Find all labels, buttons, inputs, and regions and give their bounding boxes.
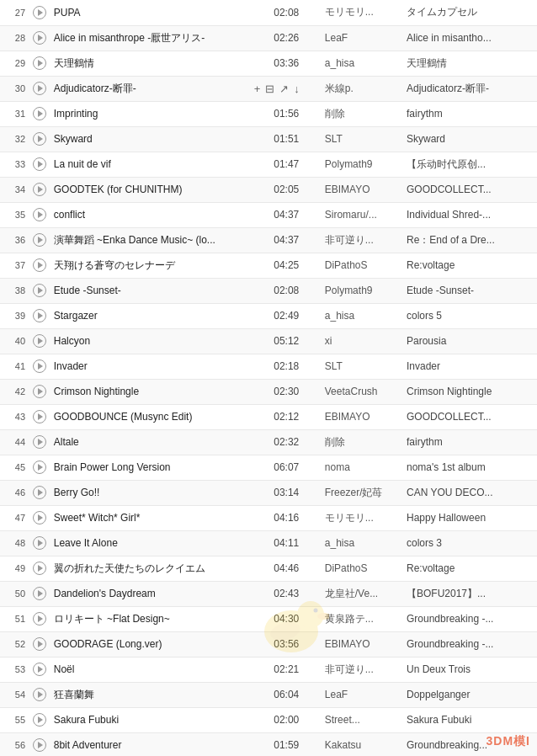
song-artist[interactable]: Street...	[322, 707, 404, 732]
play-button[interactable]	[29, 707, 51, 732]
song-artist[interactable]: 米線p.	[322, 76, 404, 101]
download-icon[interactable]: ↓	[293, 82, 300, 96]
play-circle[interactable]	[33, 233, 46, 247]
play-button[interactable]	[29, 278, 51, 303]
table-row[interactable]: 30Adjudicatorz-断罪-+⊟↗↓米線p.Adjudicatorz-断…	[0, 76, 537, 101]
table-row[interactable]: 48Leave It Alone04:11a_hisacolors 3	[0, 530, 537, 556]
song-title[interactable]: 天理鶴情	[51, 51, 251, 76]
song-artist[interactable]: EBIMAYO	[322, 177, 404, 202]
song-title[interactable]: Invader	[51, 354, 251, 379]
play-circle[interactable]	[33, 713, 46, 727]
song-album[interactable]: Individual Shred-...	[404, 202, 537, 227]
song-artist[interactable]: モリモリ...	[322, 0, 404, 25]
song-title[interactable]: Noël	[51, 657, 251, 682]
song-album[interactable]: Groundbreaking...	[404, 732, 537, 756]
play-circle[interactable]	[33, 359, 46, 373]
play-button[interactable]	[29, 606, 51, 631]
song-artist[interactable]: DiPathoS	[322, 556, 404, 581]
song-artist[interactable]: SLT	[322, 354, 404, 379]
play-button[interactable]	[29, 480, 51, 505]
table-row[interactable]: 38Etude -Sunset-02:08Polymath9Etude -Sun…	[0, 278, 537, 303]
play-button[interactable]	[29, 631, 51, 657]
song-artist[interactable]: DiPathoS	[322, 253, 404, 278]
play-button[interactable]	[29, 76, 51, 101]
play-circle[interactable]	[33, 738, 46, 752]
song-album[interactable]: noma's 1st album	[404, 455, 537, 480]
table-row[interactable]: 33La nuit de vif01:47Polymath9【乐动时代原创...	[0, 152, 537, 177]
song-album[interactable]: Adjudicatorz-断罪-	[404, 76, 537, 101]
play-circle[interactable]	[33, 183, 46, 196]
song-album[interactable]: Invader	[404, 354, 537, 379]
song-title[interactable]: conflict	[51, 202, 251, 227]
song-title[interactable]: Halcyon	[51, 328, 251, 354]
play-button[interactable]	[29, 581, 51, 606]
play-button[interactable]	[29, 455, 51, 480]
song-artist[interactable]: xi	[322, 328, 404, 354]
song-artist[interactable]: Kakatsu	[322, 732, 404, 756]
table-row[interactable]: 31Imprinting01:56削除fairythm	[0, 101, 537, 126]
song-artist[interactable]: VeetaCrush	[322, 379, 404, 404]
play-circle[interactable]	[33, 208, 46, 221]
play-circle[interactable]	[33, 688, 46, 701]
play-circle[interactable]	[33, 562, 46, 575]
play-button[interactable]	[29, 379, 51, 404]
table-row[interactable]: 46Berry Go!!03:14Freezer/妃苺CAN YOU DECO.…	[0, 480, 537, 505]
song-artist[interactable]: 黄泉路テ...	[322, 606, 404, 631]
table-row[interactable]: 53Noël02:21非可逆り...Un Deux Trois	[0, 657, 537, 682]
song-artist[interactable]: Polymath9	[322, 152, 404, 177]
table-row[interactable]: 54狂喜蘭舞06:04LeaFDoppelganger	[0, 682, 537, 707]
song-title[interactable]: Sakura Fubuki	[51, 707, 251, 732]
play-circle[interactable]	[33, 309, 46, 322]
song-title[interactable]: PUPA	[51, 0, 251, 25]
table-row[interactable]: 55Sakura Fubuki02:00Street...Sakura Fubu…	[0, 707, 537, 732]
table-row[interactable]: 40Halcyon05:12xiParousia	[0, 328, 537, 354]
song-album[interactable]: colors 5	[404, 303, 537, 328]
song-artist[interactable]: EBIMAYO	[322, 404, 404, 429]
song-title[interactable]: 狂喜蘭舞	[51, 682, 251, 707]
song-album[interactable]: fairythm	[404, 429, 537, 455]
table-row[interactable]: 29天理鶴情03:36a_hisa天理鶴情	[0, 51, 537, 76]
play-button[interactable]	[29, 202, 51, 227]
play-button[interactable]	[29, 303, 51, 328]
song-album[interactable]: Un Deux Trois	[404, 657, 537, 682]
song-title[interactable]: Alice in misanthrope -厭世アリス-	[51, 25, 251, 51]
song-artist[interactable]: a_hisa	[322, 51, 404, 76]
play-circle[interactable]	[33, 385, 46, 398]
table-row[interactable]: 45Brain Power Long Version06:07nomanoma'…	[0, 455, 537, 480]
song-title[interactable]: GOODTEK (for CHUNITHM)	[51, 177, 251, 202]
song-artist[interactable]: 非可逆り...	[322, 657, 404, 682]
song-title[interactable]: Stargazer	[51, 303, 251, 328]
play-circle[interactable]	[33, 6, 46, 19]
song-album[interactable]: Alice in misantho...	[404, 25, 537, 51]
song-album[interactable]: Groundbreaking -...	[404, 631, 537, 657]
song-title[interactable]: Imprinting	[51, 101, 251, 126]
song-title[interactable]: Crimson Nightingle	[51, 379, 251, 404]
table-row[interactable]: 47Sweet* Witch* Girl*04:16モリモリ...Happy H…	[0, 505, 537, 530]
play-button[interactable]	[29, 530, 51, 556]
song-title[interactable]: Sweet* Witch* Girl*	[51, 505, 251, 530]
play-circle[interactable]	[33, 132, 46, 146]
play-circle[interactable]	[33, 612, 46, 626]
play-circle[interactable]	[33, 157, 46, 171]
song-artist[interactable]: EBIMAYO	[322, 631, 404, 657]
song-artist[interactable]: noma	[322, 455, 404, 480]
table-row[interactable]: 39Stargazer02:49a_hisacolors 5	[0, 303, 537, 328]
table-row[interactable]: 34GOODTEK (for CHUNITHM)02:05EBIMAYOGOOD…	[0, 177, 537, 202]
play-circle[interactable]	[33, 258, 46, 272]
song-title[interactable]: Skyward	[51, 126, 251, 152]
song-title[interactable]: Adjudicatorz-断罪-	[51, 76, 251, 101]
play-button[interactable]	[29, 51, 51, 76]
share-icon[interactable]: ↗	[279, 82, 290, 96]
play-button[interactable]	[29, 328, 51, 354]
table-row[interactable]: 51ロリキート ~Flat Design~04:30黄泉路テ...Groundb…	[0, 606, 537, 631]
song-artist[interactable]: 非可逆り...	[322, 227, 404, 253]
song-artist[interactable]: LeaF	[322, 25, 404, 51]
song-artist[interactable]: 削除	[322, 429, 404, 455]
play-circle[interactable]	[33, 637, 46, 651]
play-circle[interactable]	[33, 410, 46, 423]
play-button[interactable]	[29, 101, 51, 126]
play-button[interactable]	[29, 152, 51, 177]
song-title[interactable]: Leave It Alone	[51, 530, 251, 556]
play-button[interactable]	[29, 354, 51, 379]
table-row[interactable]: 43GOODBOUNCE (Musync Edit)02:12EBIMAYOGO…	[0, 404, 537, 429]
